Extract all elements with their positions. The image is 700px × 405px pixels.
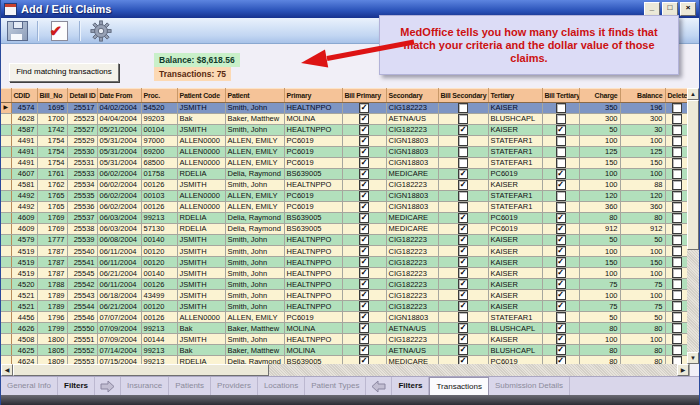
cell[interactable]: 1754 bbox=[37, 136, 67, 147]
cell[interactable]: 1796 bbox=[37, 312, 67, 323]
cell[interactable]: 196 bbox=[620, 103, 665, 114]
checkbox-unchecked[interactable] bbox=[556, 114, 566, 124]
column-header-bill-secondary[interactable]: Bill Secondary bbox=[438, 89, 488, 103]
cell[interactable]: PC6019 bbox=[284, 202, 342, 213]
vertical-scroll-thumb[interactable] bbox=[687, 100, 699, 250]
column-header-proc-[interactable]: Proc. bbox=[141, 89, 177, 103]
cell[interactable]: 125 bbox=[620, 147, 665, 158]
cell[interactable]: PC6019 bbox=[284, 158, 342, 169]
row-selector[interactable]: ▶ bbox=[1, 103, 11, 114]
cell[interactable]: 54520 bbox=[141, 103, 177, 114]
tab-submission-details[interactable]: Submission Details bbox=[489, 377, 570, 396]
cell[interactable]: 1788 bbox=[37, 279, 67, 290]
tab-filters[interactable]: Filters bbox=[58, 377, 95, 396]
row-selector[interactable] bbox=[1, 180, 11, 191]
checkbox-unchecked[interactable] bbox=[672, 202, 682, 212]
checkbox-unchecked[interactable] bbox=[672, 158, 682, 168]
cell[interactable]: KAISER bbox=[488, 268, 542, 279]
cell[interactable]: KAISER bbox=[488, 257, 542, 268]
cell[interactable]: 25527 bbox=[67, 125, 97, 136]
column-header-primary[interactable]: Primary bbox=[284, 89, 342, 103]
cell[interactable]: RDELIA bbox=[177, 224, 225, 235]
cell[interactable]: Smith, John bbox=[225, 103, 284, 114]
cell[interactable]: HEALTNPPO bbox=[284, 180, 342, 191]
cell[interactable]: 4581 bbox=[11, 180, 37, 191]
checkbox-unchecked[interactable] bbox=[672, 290, 682, 300]
cell[interactable]: 4456 bbox=[11, 312, 37, 323]
cell[interactable]: 06/08/2004 bbox=[97, 235, 141, 246]
cell[interactable]: Baker, Matthew bbox=[225, 323, 284, 334]
cell[interactable]: PC6019 bbox=[284, 191, 342, 202]
cell[interactable]: Smith, John bbox=[225, 268, 284, 279]
cell[interactable]: MOLINA bbox=[284, 114, 342, 125]
checkbox-checked[interactable]: ✓ bbox=[458, 257, 468, 267]
cell[interactable]: 75 bbox=[620, 301, 665, 312]
cell[interactable]: CIG182223 bbox=[386, 268, 438, 279]
cell[interactable]: 06/21/2004 bbox=[97, 301, 141, 312]
grid-row[interactable]: ▶457416952551704/02/200454520JSMITHSmith… bbox=[1, 103, 689, 114]
cell[interactable]: CIG182223 bbox=[386, 235, 438, 246]
cell[interactable]: RDELIA bbox=[177, 213, 225, 224]
cell[interactable]: 04/04/2004 bbox=[97, 114, 141, 125]
row-selector[interactable] bbox=[1, 345, 11, 356]
grid-row[interactable]: 449117542552905/31/200497000ALLEN0000ALL… bbox=[1, 136, 689, 147]
checkbox-checked[interactable]: ✓ bbox=[359, 103, 369, 113]
cell[interactable]: KAISER bbox=[488, 235, 542, 246]
cell[interactable]: 07/09/2004 bbox=[97, 334, 141, 345]
grid-row[interactable]: 460917692553806/03/200457130RDELIADelia,… bbox=[1, 224, 689, 235]
grid-row[interactable]: 451917872554106/11/200400120JSMITHSmith,… bbox=[1, 257, 689, 268]
cell[interactable]: 97000 bbox=[141, 136, 177, 147]
cell[interactable]: ALLEN0000 bbox=[177, 158, 225, 169]
checkbox-checked[interactable]: ✓ bbox=[458, 180, 468, 190]
cell[interactable]: 06/02/2004 bbox=[97, 191, 141, 202]
horizontal-scrollbar[interactable]: ◀ ▶ bbox=[1, 364, 689, 376]
find-matching-transactions-button[interactable]: Find matching transactions bbox=[9, 63, 119, 82]
cell[interactable]: 100 bbox=[620, 268, 665, 279]
row-selector[interactable] bbox=[1, 246, 11, 257]
cell[interactable]: HEALTNPPO bbox=[284, 246, 342, 257]
row-selector[interactable] bbox=[1, 334, 11, 345]
cell[interactable]: HEALTNPPO bbox=[284, 290, 342, 301]
checkbox-unchecked[interactable] bbox=[672, 191, 682, 201]
save-button[interactable] bbox=[5, 20, 29, 42]
scroll-down-button[interactable]: ▼ bbox=[687, 352, 699, 364]
cell[interactable]: 25543 bbox=[67, 290, 97, 301]
cell[interactable]: CIG182223 bbox=[386, 301, 438, 312]
cell[interactable]: 1805 bbox=[37, 345, 67, 356]
cell[interactable]: 06/02/2004 bbox=[97, 169, 141, 180]
checkbox-checked[interactable]: ✓ bbox=[556, 224, 566, 234]
checkbox-checked[interactable]: ✓ bbox=[359, 224, 369, 234]
cell[interactable]: 1799 bbox=[37, 323, 67, 334]
cell[interactable]: Smith, John bbox=[225, 257, 284, 268]
checkbox-checked[interactable]: ✓ bbox=[556, 235, 566, 245]
cell[interactable]: 00103 bbox=[141, 191, 177, 202]
cell[interactable]: CIGN18803 bbox=[386, 202, 438, 213]
checkbox-checked[interactable]: ✓ bbox=[458, 125, 468, 135]
cell[interactable]: 4519 bbox=[11, 257, 37, 268]
checkbox-unchecked[interactable] bbox=[672, 169, 682, 179]
checkbox-checked[interactable]: ✓ bbox=[556, 334, 566, 344]
cell[interactable]: KAISER bbox=[488, 180, 542, 191]
cell[interactable]: 06/02/2004 bbox=[97, 202, 141, 213]
cell[interactable]: KAISER bbox=[488, 334, 542, 345]
tab-providers[interactable]: Providers bbox=[211, 377, 258, 396]
cell[interactable]: 07/14/2004 bbox=[97, 345, 141, 356]
cell[interactable]: 912 bbox=[620, 224, 665, 235]
cell[interactable]: CIGN18803 bbox=[386, 147, 438, 158]
cell[interactable]: 25541 bbox=[67, 257, 97, 268]
cell[interactable]: 25529 bbox=[67, 136, 97, 147]
cell[interactable]: 50 bbox=[620, 312, 665, 323]
cell[interactable]: 25535 bbox=[67, 191, 97, 202]
cell[interactable]: Smith, John bbox=[225, 290, 284, 301]
checkbox-checked[interactable]: ✓ bbox=[458, 279, 468, 289]
checkbox-checked[interactable]: ✓ bbox=[359, 169, 369, 179]
checkbox-checked[interactable]: ✓ bbox=[359, 345, 369, 355]
cell[interactable]: 25523 bbox=[67, 114, 97, 125]
checkbox-unchecked[interactable] bbox=[458, 114, 468, 124]
cell[interactable]: Delia, Raymond bbox=[225, 213, 284, 224]
cell[interactable]: CIG182223 bbox=[386, 334, 438, 345]
cell[interactable]: KAISER bbox=[488, 103, 542, 114]
cell[interactable]: 4579 bbox=[11, 235, 37, 246]
cell[interactable]: 05/31/2004 bbox=[97, 147, 141, 158]
cell[interactable]: 06/03/2004 bbox=[97, 213, 141, 224]
